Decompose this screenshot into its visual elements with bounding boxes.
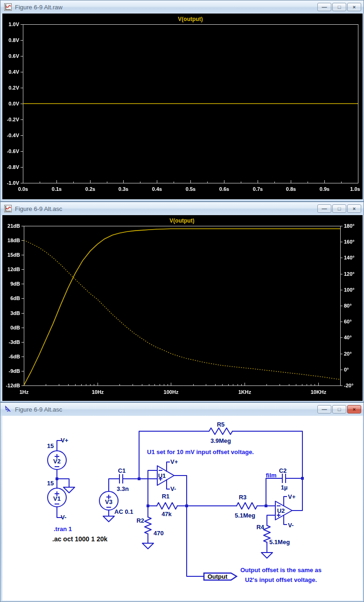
label-r3-value[interactable]: 5.1Meg: [235, 512, 255, 519]
ground-icon[interactable]: [142, 543, 154, 549]
maximize-button[interactable]: □: [332, 3, 346, 11]
window-title: Figure 6-9 Alt.raw: [15, 4, 314, 11]
maximize-button[interactable]: □: [332, 405, 346, 413]
label-v2[interactable]: V2: [53, 458, 61, 465]
label-vminus-rail[interactable]: V-: [61, 514, 66, 521]
label-r4-value[interactable]: 5.1Meg: [269, 539, 290, 546]
ground-icon[interactable]: [261, 553, 273, 558]
ground-icon[interactable]: [103, 516, 114, 522]
resistor-R3[interactable]: [237, 503, 257, 509]
schematic-window-icon[interactable]: [4, 406, 12, 413]
minimize-button[interactable]: —: [317, 3, 331, 11]
label-u1-vminus[interactable]: V-: [170, 485, 176, 492]
directive-ac[interactable]: .ac oct 1000 1 20k: [52, 535, 108, 543]
label-u2-vplus[interactable]: V+: [288, 493, 296, 500]
junction-dot: [301, 477, 304, 480]
titlebar-transient[interactable]: Figure 6-9 Alt.raw — □ ×: [0, 0, 364, 14]
label-v3-value[interactable]: AC 0.1: [114, 508, 133, 515]
label-r1[interactable]: R1: [162, 493, 170, 500]
junction-dot: [185, 504, 188, 507]
label-c2-value[interactable]: 1µ: [281, 484, 288, 491]
close-button[interactable]: ×: [347, 405, 361, 413]
window-title: Figure 6-9 Alt.asc: [15, 406, 314, 413]
plot-window-icon[interactable]: [4, 205, 12, 212]
label-r1-value[interactable]: 47k: [161, 511, 172, 518]
label-r4[interactable]: R4: [256, 524, 264, 531]
label-c1-value[interactable]: 3.3n: [117, 485, 129, 492]
window-transient-plot: Figure 6-9 Alt.raw — □ ×: [0, 0, 364, 202]
junction-dot: [265, 504, 267, 507]
label-u1-vplus[interactable]: V+: [170, 458, 178, 465]
label-v2-value[interactable]: 15: [47, 442, 54, 449]
window-schematic: Figure 6-9 Alt.asc — □ ×: [0, 402, 364, 602]
junction-dot: [56, 477, 58, 480]
label-r3[interactable]: R3: [239, 494, 247, 501]
note-u1-offset[interactable]: U1 set for 10 mV input offset voltage.: [147, 448, 254, 455]
ac-plot-canvas[interactable]: [2, 215, 363, 401]
titlebar-schematic[interactable]: Figure 6-9 Alt.asc — □ ×: [0, 403, 364, 416]
label-r5[interactable]: R5: [217, 421, 225, 428]
minimize-button[interactable]: —: [317, 204, 331, 213]
transient-plot-area: [2, 14, 363, 199]
label-u2-vminus[interactable]: V-: [288, 522, 294, 529]
label-r5-value[interactable]: 3.9Meg: [210, 437, 231, 444]
window-title: Figure 6-9 Alt.asc: [15, 205, 314, 212]
capacitor-C1[interactable]: [119, 475, 123, 483]
transient-plot-canvas[interactable]: [2, 14, 363, 199]
label-v3[interactable]: V3: [105, 498, 112, 505]
label-vplus-rail[interactable]: V+: [61, 437, 69, 444]
capacitor-C2[interactable]: [282, 474, 286, 483]
schematic-canvas-area[interactable]: V+15V215V1V-.tran 1.ac oct 1000 1 20kV3A…: [2, 416, 363, 601]
schematic[interactable]: V+15V215V1V-.tran 1.ac oct 1000 1 20kV3A…: [2, 417, 363, 600]
label-u2[interactable]: U2: [277, 507, 285, 514]
label-r2[interactable]: R2: [136, 517, 144, 524]
label-c2-film[interactable]: film: [266, 472, 276, 479]
resistor-R5[interactable]: [209, 428, 232, 434]
window-ac-plot: Figure 6-9 Alt.asc — □ ×: [0, 202, 364, 402]
junction-dot: [138, 477, 140, 480]
ac-plot-area: [2, 215, 363, 401]
resistor-R2[interactable]: [145, 517, 151, 534]
label-r2-value[interactable]: 470: [154, 530, 164, 537]
plot-window-icon[interactable]: [4, 3, 12, 11]
minimize-button[interactable]: —: [317, 405, 331, 413]
label-c2[interactable]: C2: [279, 467, 287, 474]
label-c1[interactable]: C1: [118, 467, 126, 474]
label-u1[interactable]: U1: [158, 472, 166, 479]
label-output-flag[interactable]: Output: [208, 573, 228, 580]
label-v1[interactable]: V1: [53, 495, 61, 502]
note-output-offset-2[interactable]: U2's input offset voltage.: [245, 576, 317, 583]
junction-dot: [147, 504, 149, 507]
close-button[interactable]: ×: [347, 204, 361, 213]
maximize-button[interactable]: □: [332, 204, 346, 213]
desktop: Figure 6-9 Alt.raw — □ × Figure 6-9 Alt.…: [0, 0, 364, 602]
note-output-offset-1[interactable]: Output offset is the same as: [240, 567, 322, 574]
ground-icon[interactable]: [63, 487, 75, 493]
close-button[interactable]: ×: [347, 3, 361, 11]
label-v1-value[interactable]: 15: [47, 480, 54, 487]
directive-tran[interactable]: .tran 1: [54, 525, 72, 532]
resistor-R1[interactable]: [157, 503, 177, 509]
titlebar-ac[interactable]: Figure 6-9 Alt.asc — □ ×: [0, 202, 364, 215]
